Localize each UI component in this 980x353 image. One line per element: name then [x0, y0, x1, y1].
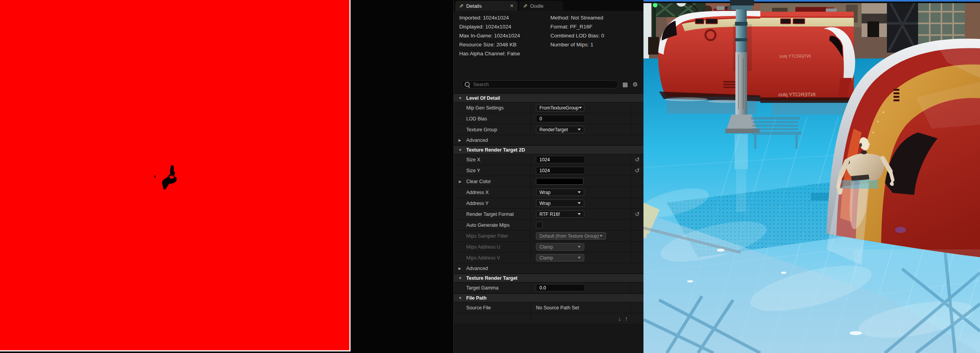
reset-to-default-icon[interactable]: ↺	[635, 211, 640, 218]
info-displayed: Displayed: 1024x1024	[459, 22, 520, 31]
expand-icon[interactable]: ▶	[459, 180, 462, 184]
row-label: Auto Generate Mips	[466, 222, 509, 228]
section-level-of-detail[interactable]: ▼ Level Of Detail	[454, 94, 643, 102]
girder-tower	[887, 0, 918, 53]
texture-blob	[162, 165, 177, 190]
train-brand-text-small: INTERCITY plus	[779, 54, 811, 58]
render-target-format-dropdown[interactable]: RTF R16f	[536, 210, 584, 218]
reset-column	[631, 113, 643, 124]
section-title: Level Of Detail	[466, 95, 500, 101]
info-has-alpha: Has Alpha Channel: False	[459, 49, 520, 58]
texture-group-dropdown[interactable]: RenderTarget	[536, 126, 584, 133]
dropdown-value: Default (from Texture Group)	[539, 233, 599, 239]
row-label: Clear Color	[466, 179, 491, 184]
row-mips-address-u: Mips Address U Clamp	[454, 242, 643, 252]
search-box[interactable]	[461, 80, 619, 88]
reset-column	[631, 102, 643, 113]
reset-column	[631, 282, 643, 293]
reset-column	[631, 302, 643, 313]
row-size-y: Size Y 1024 ↺	[454, 165, 643, 176]
tab-oodle[interactable]: ✎ Oodle	[519, 1, 563, 11]
texture-blob-layer	[0, 0, 349, 350]
section-file-path[interactable]: ▼ File Path	[454, 293, 643, 302]
settings-gear-icon[interactable]: ⚙	[633, 81, 638, 88]
row-size-x: Size X 1024 ↺	[454, 154, 643, 165]
chevron-down-icon	[599, 235, 603, 237]
oodle-pencil-icon: ✎	[523, 3, 527, 9]
address-x-dropdown[interactable]: Wrap	[536, 189, 584, 196]
category-advanced-trt2d[interactable]: ▶ Advanced	[454, 263, 643, 274]
details-panel: ✎ Details ✕ ✎ Oodle Imported: 1024x1024 …	[453, 0, 643, 353]
reset-column	[631, 124, 643, 135]
dropdown-value: RTF R16f	[539, 212, 560, 217]
train-middle: INTERCITY plus INTERCITY plus	[760, 7, 855, 115]
size-y-input[interactable]: 1024	[536, 167, 585, 174]
chevron-down-icon	[579, 107, 582, 109]
section-texture-render-target-2d[interactable]: ▼ Texture Render Target 2D	[454, 145, 643, 154]
row-auto-generate-mips: Auto Generate Mips	[454, 220, 643, 231]
lod-bias-input[interactable]: 0	[536, 115, 585, 122]
section-title: Texture Render Target	[466, 275, 518, 281]
tab-details-label: Details	[466, 3, 482, 9]
row-address-y: Address Y Wrap	[454, 198, 643, 209]
tab-details[interactable]: ✎ Details ✕	[455, 1, 518, 11]
size-x-input[interactable]: 1024	[536, 156, 585, 163]
reset-to-default-icon[interactable]: ↺	[635, 156, 640, 163]
row-clear-color: ▶ Clear Color	[454, 176, 643, 187]
auto-generate-mips-checkbox[interactable]	[536, 222, 543, 228]
address-y-dropdown[interactable]: Wrap	[536, 199, 584, 207]
input-value: 1024	[539, 157, 550, 162]
row-label: Mips Sampler Filter	[466, 233, 508, 239]
search-row: ▦ ⚙	[454, 80, 643, 90]
texture-preview-viewport[interactable]	[0, 0, 351, 351]
search-input[interactable]	[472, 81, 603, 88]
dropdown-value: Clamp	[539, 244, 553, 250]
reset-column	[631, 220, 643, 230]
tab-close-icon[interactable]: ✕	[510, 3, 514, 9]
clear-color-swatch[interactable]	[536, 178, 583, 185]
expand-icon: ▶	[458, 267, 466, 270]
row-address-x: Address X Wrap	[454, 187, 643, 198]
dropdown-value: RenderTarget	[539, 127, 568, 132]
mip-gen-settings-dropdown[interactable]: FromTextureGroup	[536, 104, 584, 111]
category-label: Advanced	[466, 266, 488, 271]
row-label: Address X	[466, 190, 489, 195]
texture-info-left: Imported: 1024x1024 Displayed: 1024x1024…	[459, 13, 520, 58]
section-texture-render-target[interactable]: ▼ Texture Render Target	[454, 274, 643, 282]
property-footer: ↓ ↑	[454, 313, 643, 324]
info-imported: Imported: 1024x1024	[459, 13, 520, 22]
display-filter-icon[interactable]: ▦	[622, 81, 628, 88]
row-texture-group: Texture Group RenderTarget	[454, 124, 643, 135]
chevron-down-icon	[578, 191, 581, 193]
texture-blob-speck	[155, 175, 156, 178]
move-down-icon[interactable]: ↓	[618, 315, 621, 322]
reset-to-default-icon[interactable]: ↺	[635, 167, 640, 174]
details-pencil-icon: ✎	[459, 3, 464, 9]
input-value: 0	[539, 116, 542, 122]
target-gamma-input[interactable]: 0.0	[536, 284, 585, 291]
section-title: Texture Render Target 2D	[466, 147, 525, 153]
reset-column	[631, 198, 643, 208]
chevron-down-icon	[578, 257, 581, 259]
row-label: Address Y	[466, 201, 488, 206]
row-target-gamma: Target Gamma 0.0	[454, 282, 643, 293]
category-advanced-lod[interactable]: ▶ Advanced	[454, 135, 643, 145]
dropdown-value: Wrap	[539, 201, 550, 206]
move-up-icon[interactable]: ↑	[625, 315, 628, 322]
signal-light	[653, 3, 657, 7]
row-label: Mip Gen Settings	[466, 105, 504, 111]
info-method: Method: Not Streamed	[550, 13, 604, 22]
editor-empty-area	[351, 0, 453, 353]
search-icon	[465, 82, 470, 87]
info-number-of-mips: Number of Mips: 1	[550, 40, 604, 49]
level-scene: INTERCITY plus INTERCITY plus	[643, 0, 980, 353]
input-value: 1024	[539, 168, 550, 173]
row-label: Size Y	[466, 168, 480, 173]
row-mips-sampler-filter: Mips Sampler Filter Default (from Textur…	[454, 231, 643, 242]
dropdown-value: FromTextureGroup	[539, 105, 579, 111]
details-tabbar: ✎ Details ✕ ✎ Oodle	[454, 0, 643, 11]
row-label: Mips Address V	[466, 255, 500, 261]
level-viewport[interactable]: INTERCITY plus INTERCITY plus	[643, 0, 980, 353]
row-label: Render Target Format	[466, 212, 514, 217]
reset-column	[631, 242, 643, 252]
